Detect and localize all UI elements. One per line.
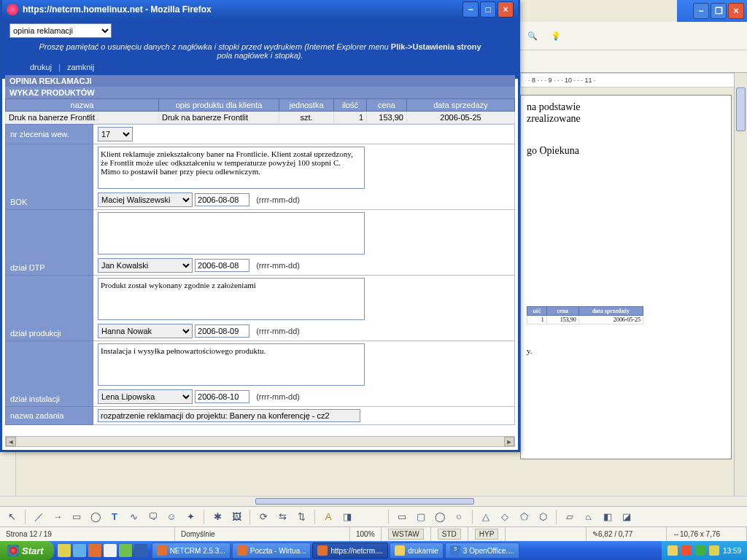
arrow-icon[interactable]: → (50, 510, 65, 524)
ql-icon-1[interactable] (58, 544, 71, 557)
tray-icon[interactable] (681, 545, 692, 556)
production-date-input[interactable] (195, 324, 249, 338)
tray-icon[interactable] (667, 545, 678, 556)
bok-person-select[interactable]: Maciej Waliszewski (98, 192, 193, 207)
pointer-icon[interactable]: ↖ (4, 510, 19, 524)
ff-close-button[interactable]: × (498, 1, 514, 18)
basic-trapezoid-icon[interactable]: ⏢ (581, 510, 596, 524)
ql-icon-3[interactable] (88, 544, 101, 557)
arrange-icon[interactable]: ⇅ (294, 510, 309, 524)
installation-comment[interactable]: Instalacja i wysyłka pełnowartościowego … (98, 343, 365, 386)
bok-comment[interactable]: Klient reklamuje zniekształcony baner na… (98, 147, 365, 189)
basic-parallelogram-icon[interactable]: ▱ (562, 510, 577, 524)
task-name-label: nazwa zadania (6, 407, 93, 425)
system-tray: 13:59 (662, 541, 747, 560)
status-std[interactable]: STD (438, 529, 461, 540)
basic-ellipse-icon[interactable]: ◯ (433, 510, 447, 524)
rect-icon[interactable]: ▭ (69, 510, 84, 524)
ff-minimize-button[interactable]: − (462, 1, 479, 18)
basic-roundrect-icon[interactable]: ▢ (414, 510, 428, 524)
dtp-person-select[interactable]: Jan Kowalski (98, 258, 193, 273)
production-comment[interactable]: Produkt został wykonany zgodnie z założe… (98, 278, 365, 320)
tray-sun-icon[interactable] (709, 545, 719, 556)
firefox-window: https://netcrm.homelinux.net - Mozilla F… (0, 0, 520, 452)
ff-maximize-button[interactable]: □ (480, 1, 496, 18)
ql-icon-2[interactable] (73, 544, 86, 557)
basic-hexagon-icon[interactable]: ⬡ (535, 510, 550, 524)
status-bar: Strona 12 / 19 Domyślnie 100% WSTAW STD … (0, 526, 747, 541)
basic-rect-icon[interactable]: ▭ (395, 510, 409, 524)
background-mini-table: ość cena data sprzedaży 1 153,90 2006-05… (527, 306, 725, 355)
task-name-input[interactable] (98, 409, 360, 422)
taskbar-item[interactable]: NETCRM 2.5.3... (152, 542, 231, 559)
basic-circle-icon[interactable]: ○ (452, 510, 466, 524)
dtp-date-input[interactable] (195, 259, 249, 272)
ellipse-icon[interactable]: ◯ (88, 510, 103, 524)
section-label-dtp: dział DTP (6, 210, 93, 276)
taskbar-item-active[interactable]: https://netcrm.... (312, 542, 388, 559)
taskbar-item[interactable]: drukarnie (390, 542, 444, 559)
ql-icon-5[interactable] (119, 544, 132, 557)
firefox-horizontal-scrollbar[interactable]: ◄ ► (5, 436, 515, 447)
scroll-right-arrow[interactable]: ► (504, 437, 514, 446)
align-icon[interactable]: ⇆ (275, 510, 290, 524)
firefox-titlebar: https://netcrm.homelinux.net - Mozilla F… (2, 0, 518, 19)
shapes-icon[interactable]: ☺ (164, 510, 179, 524)
basic-cylinder-icon[interactable]: ◧ (600, 510, 615, 524)
scroll-left-arrow[interactable]: ◄ (6, 437, 16, 446)
section-label-production: dział produkcji (6, 276, 93, 341)
basic-pentagon-icon[interactable]: ⬠ (516, 510, 531, 524)
horizontal-ruler: · 8 · · · 9 · · · 10 · · · 11 · (520, 73, 747, 88)
basic-cube-icon[interactable]: ◪ (619, 510, 634, 524)
text-icon[interactable]: T (107, 510, 122, 524)
bok-date-input[interactable] (195, 193, 249, 206)
background-scrollbar-horizontal[interactable] (0, 496, 747, 506)
installation-date-input[interactable] (195, 390, 249, 403)
fontwork2-icon[interactable]: A (321, 510, 336, 524)
order-number-select[interactable]: 17 (98, 127, 133, 141)
installation-person-select[interactable]: Lena Lipowska (98, 389, 193, 404)
help-icon[interactable]: 💡 (548, 28, 564, 44)
firefox-title-text: https://netcrm.homelinux.net - Mozilla F… (23, 4, 212, 15)
rotate-icon[interactable]: ⟳ (256, 510, 271, 524)
status-zoom[interactable]: 100% (350, 527, 382, 541)
points-icon[interactable]: ✦ (183, 510, 198, 524)
print-link[interactable]: drukuj (30, 63, 52, 71)
dtp-comment[interactable] (98, 212, 365, 254)
search-icon[interactable]: 🔍 (525, 28, 541, 44)
taskbar-item[interactable]: 33 OpenOffice.... (445, 542, 519, 559)
line-icon[interactable]: ／ (31, 510, 46, 524)
start-button[interactable]: Start (0, 541, 54, 560)
status-hyp[interactable]: HYP (475, 529, 499, 540)
tray-icon[interactable] (695, 545, 705, 556)
quick-launch (58, 544, 147, 557)
section-title-opinion: OPINIA REKLAMACJI (5, 75, 515, 87)
section-label-installation: dział instalacji (6, 341, 93, 407)
fontwork-icon[interactable]: ✱ (210, 510, 225, 524)
restore-button[interactable]: ❐ (711, 3, 727, 19)
minimize-button[interactable]: − (693, 3, 709, 19)
image-icon[interactable]: 🖼 (229, 510, 244, 524)
extrude-icon[interactable]: ◨ (340, 510, 355, 524)
basic-triangle-icon[interactable]: △ (479, 510, 493, 524)
report-type-select[interactable]: opinia reklamacji (9, 23, 112, 38)
firefox-icon (7, 4, 18, 15)
background-toolbar: 🔍 💡 (520, 22, 747, 73)
production-person-select[interactable]: Hanna Nowak (98, 324, 193, 338)
section-label-bok: BOK (6, 144, 93, 210)
close-button[interactable]: × (728, 3, 744, 19)
background-document: na podstawie zrealizowane go Opiekuna oś… (520, 95, 732, 459)
curve-icon[interactable]: ∿ (126, 510, 141, 524)
basic-diamond-icon[interactable]: ◇ (498, 510, 512, 524)
ql-icon-4[interactable] (104, 544, 117, 557)
callout-icon[interactable]: 🗨 (145, 510, 160, 524)
opinion-form: nr zlecenia wew. 17 BOK Klient reklamuje… (5, 124, 515, 425)
close-link[interactable]: zamknij (67, 63, 94, 71)
ql-icon-6[interactable] (134, 544, 147, 557)
status-page: Strona 12 / 19 (0, 527, 175, 541)
print-hint: Proszę pamiętać o usunięciu danych z nag… (39, 42, 481, 60)
background-scrollbar-vertical[interactable] (734, 73, 747, 496)
status-insert[interactable]: WSTAW (388, 529, 424, 540)
taskbar-item[interactable]: Poczta - Wirtua... (232, 542, 311, 559)
status-style: Domyślnie (175, 527, 350, 541)
